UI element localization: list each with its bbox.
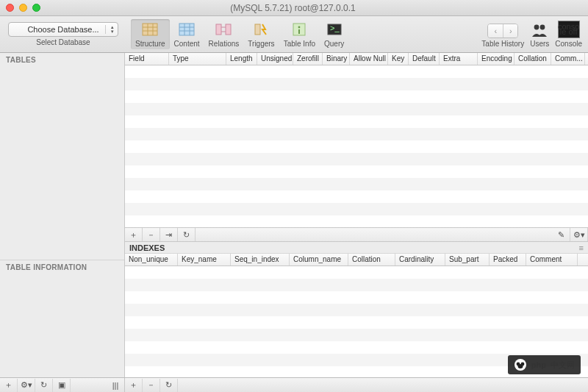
database-combo-label: Choose Database... (27, 25, 98, 34)
database-combo[interactable]: Choose Database... ▴▾ (8, 22, 118, 37)
column-header[interactable]: Comment (526, 254, 578, 266)
svg-rect-11 (226, 24, 231, 35)
remove-index-button[interactable]: － (143, 379, 160, 392)
forward-icon[interactable]: › (503, 24, 517, 38)
svg-rect-0 (143, 24, 157, 35)
column-header[interactable]: Zerofill (293, 53, 323, 65)
back-icon[interactable]: ‹ (488, 24, 503, 38)
tab-tableinfo[interactable]: Table Info (279, 19, 320, 49)
tables-list[interactable] (0, 67, 124, 260)
column-header[interactable]: Type (169, 53, 226, 65)
tab-tableinfo-label: Table Info (284, 40, 315, 48)
add-field-button[interactable]: ＋ (125, 228, 143, 241)
console-label: Console (555, 40, 582, 48)
fields-toolbar: ＋ － ⇥ ↻ ✎ ⚙▾ (125, 227, 588, 242)
window-title: (MySQL 5.7.21) root@127.0.0.1 (40, 3, 545, 13)
triggers-icon (251, 21, 270, 38)
refresh-tables-button[interactable]: ↻ (35, 379, 53, 392)
add-index-button[interactable]: ＋ (125, 379, 143, 392)
svg-rect-14 (255, 24, 260, 35)
svg-rect-10 (216, 24, 221, 35)
tab-structure-label: Structure (135, 40, 165, 48)
svg-point-20 (534, 25, 539, 30)
chevron-updown-icon: ▴▾ (111, 25, 114, 34)
fields-header: FieldTypeLengthUnsignedZerofillBinaryAll… (125, 53, 588, 65)
toggle-panel-button[interactable]: ▣ (53, 379, 71, 392)
column-header[interactable]: Length (226, 53, 257, 65)
edit-icon[interactable]: ✎ (553, 228, 570, 241)
tableinfo-icon (290, 21, 309, 38)
zoom-icon[interactable] (32, 4, 40, 12)
column-header[interactable]: Field (125, 53, 169, 65)
indexes-columns-header: Non_uniqueKey_nameSeq_in_indexColumn_nam… (125, 254, 588, 266)
query-icon: >_ (325, 21, 344, 38)
table-history[interactable]: ‹ › Table History (481, 24, 524, 48)
tab-query[interactable]: >_ Query (320, 19, 348, 49)
column-header[interactable]: Unsigned (257, 53, 293, 65)
column-header[interactable]: Extra (440, 53, 478, 65)
column-header[interactable]: Comm... (551, 53, 585, 65)
column-header[interactable]: Packed (490, 254, 526, 266)
watermark: php 中文网 (508, 355, 581, 374)
refresh-indexes-button[interactable]: ↻ (160, 379, 178, 392)
svg-rect-5 (179, 24, 194, 35)
sidebar-tables-header: TABLES (0, 53, 124, 67)
column-header[interactable]: Sub_part (445, 254, 490, 266)
toolbar: Choose Database... ▴▾ Select Database St… (0, 16, 588, 53)
console-button[interactable]: console off Console (555, 21, 582, 48)
indexes-bottom: ＋ － ↻ (125, 378, 178, 392)
column-header[interactable]: Allow Null (350, 53, 388, 65)
table-history-label: Table History (481, 40, 524, 48)
database-selector: Choose Database... ▴▾ Select Database (4, 22, 122, 46)
tab-content[interactable]: Content (170, 19, 204, 49)
table-info-panel (0, 274, 124, 377)
column-header[interactable]: Seq_in_index (231, 254, 290, 266)
users-icon (530, 22, 549, 38)
content-area: FieldTypeLengthUnsignedZerofillBinaryAll… (125, 53, 588, 377)
right-toolbar: ‹ › Table History Users console off Cons… (481, 21, 588, 48)
remove-field-button[interactable]: － (143, 228, 160, 241)
column-header[interactable]: Key (388, 53, 409, 65)
fields-gear-menu[interactable]: ⚙▾ (570, 228, 588, 241)
column-header[interactable]: Collation (348, 254, 395, 266)
column-header[interactable]: Key_name (178, 254, 231, 266)
relations-icon (214, 21, 233, 38)
add-table-button[interactable]: ＋ (0, 379, 18, 392)
svg-point-16 (298, 26, 301, 29)
column-header[interactable]: Default (409, 53, 440, 65)
elephant-icon (514, 358, 527, 371)
column-header[interactable]: Non_unique (125, 254, 178, 266)
svg-point-25 (517, 364, 523, 368)
window-controls (6, 4, 40, 12)
content-icon (177, 21, 196, 38)
tab-relations[interactable]: Relations (204, 19, 244, 49)
tab-triggers[interactable]: Triggers (243, 19, 279, 49)
main: TABLES TABLE INFORMATION FieldTypeLength… (0, 53, 588, 377)
refresh-fields-button[interactable]: ↻ (178, 228, 196, 241)
tab-triggers-label: Triggers (248, 40, 274, 48)
users-button[interactable]: Users (530, 22, 549, 48)
minimize-icon[interactable] (19, 4, 27, 12)
duplicate-field-button[interactable]: ⇥ (160, 228, 178, 241)
console-icon: console off (558, 21, 580, 38)
sidebar-gear-menu[interactable]: ⚙▾ (18, 379, 35, 392)
svg-point-21 (540, 25, 545, 30)
column-header[interactable]: Collation (514, 53, 551, 65)
close-icon[interactable] (6, 4, 14, 12)
watermark-cn: 中文网 (551, 360, 575, 371)
structure-icon (140, 21, 159, 38)
tab-structure[interactable]: Structure (131, 19, 170, 49)
sidebar-tableinfo-header: TABLE INFORMATION (0, 260, 124, 274)
view-tabs: Structure Content Relations Triggers Tab… (131, 19, 348, 49)
fields-grid[interactable] (125, 65, 588, 227)
column-header[interactable]: Column_name (290, 254, 348, 266)
indexes-header: INDEXES ≡ (125, 242, 588, 254)
column-header[interactable]: Cardinality (395, 254, 445, 266)
menu-icon[interactable]: ≡ (579, 243, 584, 252)
users-label: Users (530, 40, 549, 48)
history-arrows[interactable]: ‹ › (487, 24, 518, 38)
column-header[interactable]: Encoding (478, 53, 514, 65)
columns-icon[interactable]: ||| (107, 379, 124, 392)
watermark-brand: php (531, 360, 546, 369)
column-header[interactable]: Binary (323, 53, 350, 65)
